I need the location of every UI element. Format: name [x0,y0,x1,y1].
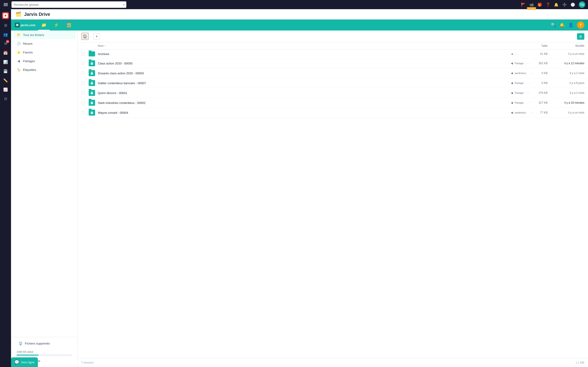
logo-dot [5,15,6,17]
tag-icon: 🏷️ [17,68,21,72]
header-icon-col [89,44,98,48]
nav-label-all-files: Tous les fichiers [23,33,44,37]
sidebar-item-graph[interactable]: 📈 [1,85,10,94]
table-row[interactable]: Quinn divorce - 00001 ◀ Partagé ··· 279 … [78,88,294,98]
nav-item-all-files[interactable]: 📁 Tous les fichiers [13,31,76,39]
page-header: 🗂️ Jarvis Drive [11,9,294,19]
sort-indicator: ↑ [104,44,106,48]
row-checkbox[interactable] [81,72,85,75]
share-nav-icon: ◀ [17,59,21,63]
row-checkbox[interactable] [81,91,85,94]
breadcrumb-arrow: › [90,35,92,38]
tab-activity[interactable]: ⚡ [51,19,62,31]
table-row[interactable]: Galtier contentieux bancaire - 00007 ◀ P… [78,78,294,88]
shared-folder-icon [89,70,95,76]
nav-label-shared: Partages [23,59,35,63]
breadcrumb-home-button[interactable]: 🏠 [81,33,89,40]
shared-folder-icon [89,100,95,106]
nav-label-favorites: Favoris [23,51,33,54]
header-name-col[interactable]: Nom ↑ [98,44,294,48]
tab-files[interactable]: 📁 [38,19,50,31]
row-checkbox[interactable] [81,111,85,114]
shared-folder-icon [89,80,95,86]
nav-label-recent: Récent [23,42,32,45]
app-tabs-bar: j jarvis.com 📁 ⚡ 🖼️ 🔍 🔔 👤 T [11,19,294,31]
page-header-icon: 🗂️ [16,11,21,17]
header-checkbox-col [81,44,89,48]
file-table: Archives ◀ ··· 41 KBil y a un mois Class… [78,50,294,184]
table-header: Nom ↑ Taille Modifié [78,42,294,50]
row-checkbox[interactable] [81,52,85,56]
search-dropdown-icon: ▾ [123,3,124,6]
file-name: Stark industries contentieux - 00002 [98,101,145,105]
folder-icon: 📁 [17,33,21,37]
row-checkbox[interactable] [81,81,85,85]
sidebar-item-drive[interactable]: 💾 [1,67,10,75]
shared-folder-icon [89,110,95,116]
svg-text:j: j [17,24,17,26]
sidebar-item-grid[interactable]: ⊞ [1,21,10,29]
file-name: Wayne conseil - 00004 [98,111,128,115]
logo-square [2,12,9,19]
table-row[interactable]: Wayne conseil - 00004 ◀ iamthehul.. ··· … [78,108,294,118]
row-checkbox[interactable] [81,62,85,65]
sidebar-item-edit[interactable]: ✏️ [1,76,10,84]
add-button[interactable]: + [94,33,100,40]
clock-nav-icon: 🕐 [17,42,21,45]
table-row[interactable]: Stark industries contentieux - 00002 ◀ P… [78,98,294,108]
search-container: ▾ [11,1,126,8]
shared-folder-icon [89,60,95,66]
mail-badge: 29 [6,40,9,43]
top-navbar: ▾ 🚩 📹 Nouveau 🎁 ❓ 🔔 ➕ 🕐 TS [0,0,294,9]
app-logo: j jarvis.com [15,23,35,27]
app-logo-icon: j [15,23,20,27]
app-logo-button[interactable] [1,11,10,20]
sidebar-item-users[interactable]: 👥 [1,30,10,39]
star-icon: ⭐ [17,50,21,54]
search-input[interactable] [11,1,126,8]
table-row[interactable]: Dosanto class action 2020 - 00003 ◀ iamt… [78,68,294,78]
file-area: 🏠 › + ⊞ Nom ↑ Taille Modifié Archiv [78,31,294,184]
nav-item-shared[interactable]: ◀ Partages [13,57,76,65]
sidebar-item-calendar[interactable]: 📅 [1,49,10,57]
left-icon-bar: ⊞ 👥 ✉ 29 📅 📊 💾 ✏️ 📈 ⊟ [0,9,11,184]
hamburger-button[interactable] [3,2,9,7]
tab-media[interactable]: 🖼️ [63,19,74,31]
nav-item-favorites[interactable]: ⭐ Favoris [13,48,76,56]
app-logo-text: jarvis.com [21,23,35,27]
file-name: Dosanto class action 2020 - 00003 [98,72,144,75]
row-checkbox[interactable] [81,101,85,104]
app-tabs-left: j jarvis.com 📁 ⚡ 🖼️ [15,19,74,31]
file-name: Galtier contentieux bancaire - 00007 [98,81,146,85]
column-name-label: Nom [98,44,104,48]
nav-item-tags[interactable]: 🏷️ Étiquettes [13,66,76,74]
nav-sidebar: 📁 Tous les fichiers 🕐 Récent ⭐ Favoris ◀… [11,31,78,184]
file-name: Archives [98,52,109,56]
content-area: 📁 Tous les fichiers 🕐 Récent ⭐ Favoris ◀… [11,31,294,184]
page-title: Jarvis Drive [24,12,50,17]
folder-icon [89,51,95,56]
sidebar-item-table[interactable]: ⊟ [1,94,10,103]
nav-item-recent[interactable]: 🕐 Récent [13,40,76,48]
sidebar-item-mail[interactable]: ✉ 29 [1,40,10,48]
sidebar-item-stats[interactable]: 📊 [1,58,10,66]
file-name: Class action 2020 - 00005 [98,62,132,65]
table-row[interactable]: Class action 2020 - 00005 ◀ Partagé ··· … [78,58,294,68]
table-row[interactable]: Archives ◀ ··· 41 KBil y a un mois [78,50,294,58]
file-name: Quinn divorce - 00001 [98,91,127,95]
logo-inner [3,13,8,18]
main-wrapper: 🗂️ Jarvis Drive j jarvis.com 📁 ⚡ 🖼️ 🔍 🔔 … [11,9,294,184]
shared-folder-icon [89,90,95,96]
file-toolbar: 🏠 › + ⊞ [78,31,294,42]
nav-label-tags: Étiquettes [23,68,36,72]
